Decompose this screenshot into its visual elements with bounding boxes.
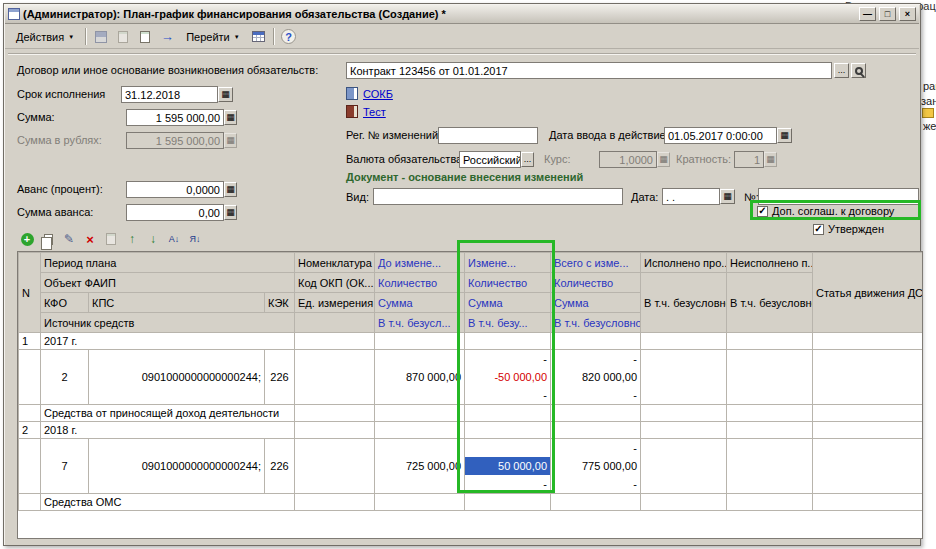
- total-cell[interactable]: - 775 000,00 -: [551, 439, 641, 494]
- table-cell[interactable]: [295, 494, 375, 511]
- table-cell[interactable]: [465, 422, 551, 439]
- kek-cell[interactable]: 226: [265, 439, 295, 494]
- col-header-kek[interactable]: КЭК: [265, 293, 295, 313]
- advance-sum-calc-button[interactable]: ▦: [224, 205, 237, 220]
- table-row-group[interactable]: 2 2018 г.: [19, 422, 923, 439]
- contract-field[interactable]: Контракт 123456 от 01.01.2017: [346, 62, 832, 79]
- row-number-cell[interactable]: 1: [19, 333, 41, 350]
- table-cell[interactable]: [727, 333, 813, 350]
- col-header-before-sum[interactable]: Сумма: [375, 293, 465, 313]
- test-link[interactable]: Тест: [363, 106, 386, 118]
- total-cell[interactable]: - 820 000,00 -: [551, 350, 641, 405]
- sokb-link[interactable]: СОКБ: [363, 88, 393, 100]
- col-header-kfo[interactable]: КФО: [41, 293, 89, 313]
- kek-cell[interactable]: 226: [265, 350, 295, 405]
- table-cell[interactable]: [551, 494, 641, 511]
- basis-date-calendar-button[interactable]: ▦: [720, 189, 735, 204]
- reread-button[interactable]: [113, 27, 133, 47]
- period-cell[interactable]: 2017 г.: [41, 333, 295, 350]
- col-header-unexecuted[interactable]: Неисполнено п...: [727, 253, 813, 273]
- contract-choose-button[interactable]: ...: [834, 63, 849, 78]
- table-cell[interactable]: [813, 405, 923, 422]
- unexecuted-cell[interactable]: [727, 439, 813, 494]
- table-cell[interactable]: [295, 405, 375, 422]
- article-cell[interactable]: [813, 439, 923, 494]
- maximize-button[interactable]: □: [879, 7, 896, 21]
- period-cell[interactable]: 2018 г.: [41, 422, 295, 439]
- sort-desc-button[interactable]: Я↓: [185, 230, 205, 248]
- kfo-cell[interactable]: 7: [41, 439, 89, 494]
- col-header-okp[interactable]: Код ОКП (ОК...: [295, 273, 375, 293]
- edit-row-button[interactable]: ✎: [59, 230, 79, 248]
- col-header-unexecuted-uncond[interactable]: В т.ч. безусловно: [727, 273, 813, 333]
- col-header-total-uncond[interactable]: В т.ч. безусловно: [551, 313, 641, 333]
- row-number-cell[interactable]: [19, 494, 41, 511]
- table-row-source[interactable]: Средства от приносящей доход деятельност…: [19, 405, 923, 422]
- term-calendar-button[interactable]: ▦: [218, 87, 233, 102]
- kps-cell[interactable]: 0901000000000000244;: [89, 350, 265, 405]
- minimize-button[interactable]: —: [859, 7, 876, 21]
- row-number-cell[interactable]: [19, 405, 41, 422]
- table-row-source[interactable]: Средства ОМС: [19, 494, 923, 511]
- term-field[interactable]: 31.12.2018: [121, 86, 218, 103]
- move-up-button[interactable]: ↑: [122, 230, 142, 248]
- table-cell[interactable]: [551, 333, 641, 350]
- table-cell[interactable]: [641, 333, 727, 350]
- table-cell[interactable]: [641, 494, 727, 511]
- table-cell[interactable]: [375, 494, 465, 511]
- col-header-executed-uncond[interactable]: В т.ч. безусловно: [641, 273, 727, 333]
- executed-cell[interactable]: [641, 439, 727, 494]
- nomenclature-cell[interactable]: [295, 350, 375, 405]
- table-row-item[interactable]: 2 0901000000000000244; 226 870 000,00 - …: [19, 350, 923, 405]
- table-cell[interactable]: [727, 405, 813, 422]
- basis-number-field[interactable]: [758, 188, 919, 205]
- nomenclature-cell[interactable]: [295, 439, 375, 494]
- change-cell[interactable]: - -50 000,00 -: [465, 350, 551, 405]
- effective-date-calendar-button[interactable]: ▦: [777, 128, 792, 143]
- table-row-group[interactable]: 1 2017 г.: [19, 333, 923, 350]
- help-button[interactable]: ?: [279, 27, 299, 47]
- col-header-faip[interactable]: Объект ФАИП: [41, 273, 295, 293]
- reg-number-field[interactable]: [438, 127, 538, 144]
- save-button[interactable]: [91, 27, 111, 47]
- addendum-checkbox[interactable]: ✓ Доп. соглаш. к договору: [757, 205, 894, 217]
- col-header-change[interactable]: Измене...: [465, 253, 551, 273]
- before-cell[interactable]: 870 000,00: [375, 350, 465, 405]
- col-header-executed[interactable]: Исполнено про...: [641, 253, 727, 273]
- row-number-cell[interactable]: [19, 439, 41, 494]
- table-cell[interactable]: [813, 422, 923, 439]
- col-header-total-sum[interactable]: Сумма: [551, 293, 641, 313]
- table-cell[interactable]: [465, 405, 551, 422]
- table-cell[interactable]: [727, 422, 813, 439]
- table-cell[interactable]: [813, 333, 923, 350]
- end-edit-button[interactable]: [101, 230, 121, 248]
- col-header-before-qty[interactable]: Количество: [375, 273, 465, 293]
- source-cell[interactable]: Средства ОМС: [41, 494, 295, 511]
- row-number-cell[interactable]: 2: [19, 422, 41, 439]
- delete-row-button[interactable]: ×: [80, 230, 100, 248]
- col-header-change-qty[interactable]: Количество: [465, 273, 551, 293]
- col-header-before-uncond[interactable]: В т.ч. безусл...: [375, 313, 465, 333]
- unexecuted-cell[interactable]: [727, 350, 813, 405]
- sort-asc-button[interactable]: А↓: [164, 230, 184, 248]
- table-cell[interactable]: [375, 405, 465, 422]
- table-cell[interactable]: [295, 333, 375, 350]
- row-number-cell[interactable]: [19, 350, 41, 405]
- before-cell[interactable]: 725 000,00: [375, 439, 465, 494]
- table-cell[interactable]: [551, 405, 641, 422]
- table-cell[interactable]: [813, 494, 923, 511]
- col-header-n[interactable]: N: [19, 253, 41, 333]
- basis-date-field[interactable]: . .: [662, 188, 720, 205]
- copy-settings-button[interactable]: [135, 27, 155, 47]
- kps-cell[interactable]: 0901000000000000244;: [89, 439, 265, 494]
- table-cell[interactable]: [465, 494, 551, 511]
- actions-button[interactable]: Действия ▼: [9, 27, 81, 47]
- table-cell[interactable]: [375, 333, 465, 350]
- table-cell[interactable]: [375, 422, 465, 439]
- table-cell[interactable]: [465, 333, 551, 350]
- change-cell-selected[interactable]: 50 000,00 -: [465, 439, 551, 494]
- col-header-period[interactable]: Период плана: [41, 253, 295, 273]
- table-cell[interactable]: [551, 422, 641, 439]
- table-cell[interactable]: [641, 422, 727, 439]
- col-header-change-uncond[interactable]: В т.ч. безу...: [465, 313, 551, 333]
